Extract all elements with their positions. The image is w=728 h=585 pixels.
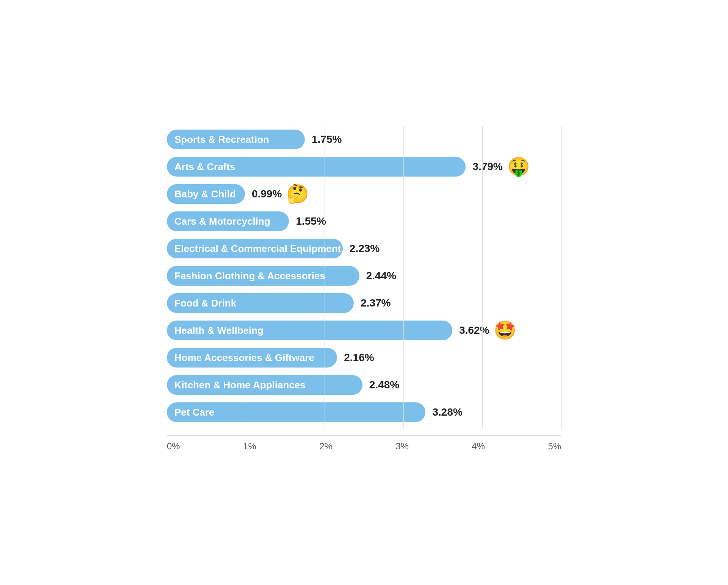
bar-health: Health & Wellbeing	[167, 321, 452, 340]
bar-row: Pet Care3.28%	[167, 399, 561, 426]
x-axis-label-0: 0%	[167, 441, 180, 452]
x-axis-label-2: 2%	[319, 441, 333, 452]
bar-track: Home Accessories & Giftware2.16%	[167, 348, 561, 368]
bar-row: Home Accessories & Giftware2.16%	[167, 344, 561, 371]
bar-row: Arts & Crafts3.79%🤑	[167, 153, 561, 180]
bar-baby: Baby & Child	[167, 184, 245, 204]
x-axis-label-1: 1%	[243, 441, 256, 452]
bar-sports: Sports & Recreation	[167, 130, 305, 149]
bar-row: Kitchen & Home Appliances2.48%	[167, 371, 561, 399]
bar-track: Electrical & Commercial Equipment2.23%	[167, 239, 561, 258]
bar-label-baby: Baby & Child	[174, 188, 236, 200]
bar-emoji-health: 🤩	[494, 321, 516, 339]
bar-track: Health & Wellbeing3.62%🤩	[167, 321, 561, 340]
bar-label-kitchen: Kitchen & Home Appliances	[174, 379, 306, 391]
bar-value-home-acc: 2.16%	[344, 352, 374, 364]
bar-row: Food & Drink2.37%	[167, 289, 561, 317]
bar-track: Arts & Crafts3.79%🤑	[167, 157, 561, 177]
bar-value-baby: 0.99%	[252, 188, 282, 200]
bar-row: Electrical & Commercial Equipment2.23%	[167, 235, 561, 262]
bar-emoji-arts: 🤑	[507, 158, 530, 176]
bar-row: Cars & Motorcycling1.55%	[167, 208, 561, 235]
bar-value-pet: 3.28%	[432, 406, 462, 418]
grid-line-5	[561, 126, 562, 429]
bar-label-electrical: Electrical & Commercial Equipment	[174, 243, 341, 255]
bar-cars: Cars & Motorcycling	[167, 211, 289, 231]
bar-row: Baby & Child0.99%🤔	[167, 180, 561, 208]
bar-row: Health & Wellbeing3.62%🤩	[167, 317, 561, 344]
bar-label-home-acc: Home Accessories & Giftware	[174, 352, 314, 364]
bar-value-electrical: 2.23%	[350, 242, 380, 255]
bar-row: Fashion Clothing & Accessories2.44%	[167, 262, 561, 289]
bar-track: Baby & Child0.99%🤔	[167, 184, 561, 204]
x-axis-label-4: 4%	[472, 441, 485, 452]
bar-track: Cars & Motorcycling1.55%	[167, 211, 561, 231]
bar-track: Pet Care3.28%	[167, 402, 561, 422]
bar-value-cars: 1.55%	[296, 215, 326, 227]
chart-container: Sports & Recreation1.75%Arts & Crafts3.7…	[136, 103, 592, 482]
bar-value-health: 3.62%	[459, 324, 489, 336]
bar-electrical: Electrical & Commercial Equipment	[167, 239, 343, 258]
bar-label-food: Food & Drink	[174, 297, 236, 309]
bar-track: Kitchen & Home Appliances2.48%	[167, 375, 561, 395]
bar-food: Food & Drink	[167, 293, 354, 313]
bar-label-sports: Sports & Recreation	[174, 134, 269, 145]
bar-label-arts: Arts & Crafts	[174, 161, 235, 173]
x-axis-label-5: 5%	[548, 441, 561, 452]
bar-label-pet: Pet Care	[174, 407, 215, 418]
bars-wrapper: Sports & Recreation1.75%Arts & Crafts3.7…	[167, 126, 561, 426]
bar-label-health: Health & Wellbeing	[174, 325, 264, 336]
bar-label-cars: Cars & Motorcycling	[174, 216, 270, 227]
bar-value-arts: 3.79%	[472, 161, 502, 173]
bar-arts: Arts & Crafts	[167, 157, 466, 177]
bar-track: Food & Drink2.37%	[167, 293, 561, 313]
bar-fashion: Fashion Clothing & Accessories	[167, 266, 359, 286]
bar-value-food: 2.37%	[361, 297, 391, 309]
bar-label-fashion: Fashion Clothing & Accessories	[174, 270, 325, 282]
chart-area: Sports & Recreation1.75%Arts & Crafts3.7…	[167, 126, 561, 452]
bar-kitchen: Kitchen & Home Appliances	[167, 375, 362, 395]
bar-track: Sports & Recreation1.75%	[167, 130, 561, 149]
bar-emoji-baby: 🤔	[286, 185, 309, 203]
bar-track: Fashion Clothing & Accessories2.44%	[167, 266, 561, 286]
bar-value-kitchen: 2.48%	[369, 379, 399, 391]
bar-value-sports: 1.75%	[312, 133, 342, 145]
x-axis: 0%1%2%3%4%5%	[167, 435, 561, 452]
bar-pet: Pet Care	[167, 402, 425, 422]
x-axis-label-3: 3%	[395, 441, 409, 452]
bar-value-fashion: 2.44%	[366, 270, 396, 282]
bar-home-acc: Home Accessories & Giftware	[167, 348, 337, 368]
bar-row: Sports & Recreation1.75%	[167, 126, 561, 153]
